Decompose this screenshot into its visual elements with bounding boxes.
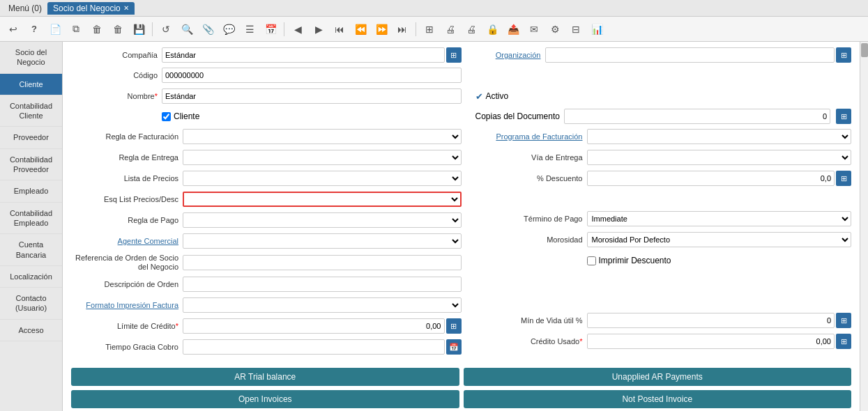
send-btn[interactable]: ✉ — [525, 20, 543, 38]
sidebar-item-empleado[interactable]: Empleado — [0, 180, 62, 202]
sidebar-item-localizacion[interactable]: Localización — [0, 266, 62, 288]
organizacion-lookup-btn[interactable]: ⊞ — [836, 47, 851, 63]
descuento-btn[interactable]: ⊞ — [836, 171, 851, 186]
limite-credito-btn[interactable]: ⊞ — [446, 318, 462, 334]
grid-btn[interactable]: ⊞ — [420, 20, 439, 38]
save-btn[interactable]: 💾 — [130, 20, 148, 38]
min-vida-row: Mín de Vida útil % ⊞ — [475, 312, 852, 329]
copias-label: Copias del Documento — [475, 111, 560, 121]
sidebar-item-contabilidad-proveedor[interactable]: Contabilidad Proveedor — [0, 149, 62, 181]
organizacion-field[interactable] — [545, 47, 835, 63]
find-btn[interactable]: 🔍 — [178, 20, 196, 38]
regla-facturacion-select[interactable] — [183, 129, 462, 144]
min-vida-field[interactable] — [587, 313, 835, 328]
settings-btn[interactable]: ⚙ — [546, 20, 564, 38]
main-layout: Socio del Negocio Cliente Contabilidad C… — [0, 42, 868, 411]
copy-btn[interactable]: ⧉ — [67, 20, 85, 38]
calendar-btn[interactable]: 📅 — [261, 20, 280, 38]
grid2-btn[interactable]: ⊟ — [567, 20, 585, 38]
regla-pago-row: Regla de Pago — [71, 212, 462, 228]
referencia-label: Referencia de Orden de Socio del Negocio — [71, 254, 183, 272]
attach-btn[interactable]: 📎 — [199, 20, 217, 38]
programa-facturacion-label[interactable]: Programa de Facturación — [475, 132, 587, 141]
sidebar-item-cliente[interactable]: Cliente — [0, 74, 62, 95]
regla-entrega-label: Regla de Entrega — [71, 153, 183, 162]
lista-precios-select[interactable] — [183, 171, 462, 186]
company-lookup-btn[interactable]: ⊞ — [446, 47, 462, 63]
lock-btn[interactable]: 🔒 — [483, 20, 501, 38]
organizacion-label[interactable]: Organización — [475, 51, 545, 59]
tiempo-gracia-field[interactable] — [183, 339, 445, 355]
menu-item[interactable]: Menú (0) — [3, 2, 47, 15]
imprimir-descuento-row: Imprimir Descuento — [475, 252, 852, 269]
nav-prev-btn[interactable]: ◀ — [289, 20, 307, 38]
morosidad-select[interactable]: Morosidad Por Defecto — [587, 232, 852, 247]
referencia-field[interactable] — [183, 255, 462, 270]
sidebar-item-contacto[interactable]: Contacto (Usuario) — [0, 288, 62, 320]
sidebar-item-acceso[interactable]: Acceso — [0, 320, 62, 341]
nav-prevpage-btn[interactable]: ⏪ — [351, 20, 370, 38]
credito-usado-field[interactable] — [587, 334, 835, 349]
nav-next-btn[interactable]: ▶ — [310, 20, 328, 38]
agente-comercial-label[interactable]: Agente Comercial — [71, 237, 183, 245]
delete2-btn[interactable]: 🗑 — [109, 20, 127, 38]
unapplied-btn[interactable]: Unapplied AR Payments — [464, 368, 852, 386]
copias-btn[interactable]: ⊞ — [836, 109, 851, 124]
company-field[interactable] — [162, 47, 445, 63]
form-right-col: Programa de Facturación Vía de Entrega %… — [462, 128, 852, 359]
back-arrow-btn[interactable]: ↩ — [4, 20, 22, 38]
spacer2 — [475, 273, 852, 293]
print2-btn[interactable]: 🖨 — [462, 20, 480, 38]
formato-label[interactable]: Formato Impresión Factura — [71, 301, 183, 310]
help-btn[interactable]: ? — [25, 20, 43, 38]
new-btn[interactable]: 📄 — [46, 20, 64, 38]
via-entrega-select[interactable] — [587, 150, 852, 165]
nombre-field[interactable] — [162, 88, 462, 104]
limite-credito-field[interactable] — [183, 318, 445, 334]
descuento-field[interactable] — [587, 171, 835, 186]
programa-facturacion-row: Programa de Facturación — [475, 128, 852, 145]
nav-first-btn[interactable]: ⏮ — [330, 20, 349, 38]
export-btn[interactable]: 📤 — [504, 20, 522, 38]
nav-last-btn[interactable]: ⏭ — [393, 20, 411, 38]
programa-facturacion-select[interactable] — [587, 129, 852, 144]
codigo-field[interactable] — [162, 68, 462, 83]
termino-pago-select[interactable]: Immediate — [587, 211, 852, 226]
agente-comercial-select[interactable] — [183, 233, 462, 249]
not-posted-btn[interactable]: Not Posted Invoice — [464, 390, 852, 408]
morosidad-label: Morosidad — [475, 235, 587, 244]
morosidad-row: Morosidad Morosidad Por Defecto — [475, 231, 852, 248]
refresh-btn[interactable]: ↺ — [157, 20, 175, 38]
imprimir-descuento-checkbox[interactable] — [587, 256, 596, 265]
sidebar-item-proveedor[interactable]: Proveedor — [0, 127, 62, 148]
open-invoices-btn[interactable]: Open Invoices — [71, 390, 459, 408]
regla-pago-select[interactable] — [183, 212, 462, 228]
regla-entrega-select[interactable] — [183, 150, 462, 165]
note-btn[interactable]: 💬 — [220, 20, 238, 38]
report-btn[interactable]: 📊 — [588, 20, 606, 38]
tab-close-icon[interactable]: ✕ — [123, 4, 129, 12]
ar-trial-btn[interactable]: AR Trial balance — [71, 368, 459, 386]
min-vida-btn[interactable]: ⊞ — [836, 313, 851, 328]
content-area: Compañía ⊞ Organización ⊞ Código Nombre — [63, 42, 860, 411]
limite-credito-label: Límite de Crédito — [71, 322, 183, 330]
sidebar-item-contabilidad-empleado[interactable]: Contabilidad Empleado — [0, 203, 62, 235]
print-btn[interactable]: 🖨 — [441, 20, 459, 38]
sidebar-item-socio-negocio[interactable]: Socio del Negocio — [0, 42, 62, 74]
copias-field[interactable] — [564, 109, 830, 124]
tiempo-gracia-btn[interactable]: 📅 — [446, 339, 462, 355]
sidebar-item-cuenta-bancaria[interactable]: Cuenta Bancaria — [0, 234, 62, 266]
descripcion-field[interactable] — [183, 277, 462, 292]
formato-select[interactable] — [183, 297, 462, 313]
active-tab[interactable]: Socio del Negocio ✕ — [47, 2, 135, 15]
history-btn[interactable]: ☰ — [241, 20, 259, 38]
esq-list-select[interactable] — [183, 192, 462, 207]
nav-nextpage-btn[interactable]: ⏩ — [372, 20, 390, 38]
cliente-checkbox[interactable] — [162, 112, 171, 121]
menu-bar: Menú (0) Socio del Negocio ✕ — [0, 0, 868, 17]
scrollbar-right[interactable] — [860, 42, 868, 411]
referencia-row: Referencia de Orden de Socio del Negocio — [71, 254, 462, 272]
credito-usado-btn[interactable]: ⊞ — [836, 334, 851, 349]
sidebar-item-contabilidad-cliente[interactable]: Contabilidad Cliente — [0, 95, 62, 127]
delete1-btn[interactable]: 🗑 — [88, 20, 106, 38]
